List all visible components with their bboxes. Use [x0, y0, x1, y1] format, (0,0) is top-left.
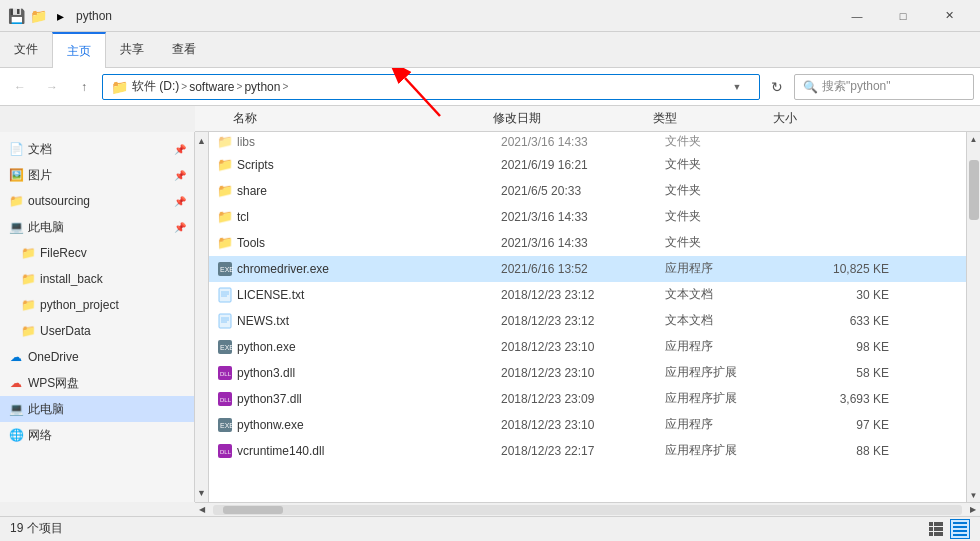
table-row[interactable]: DLL python3.dll 2018/12/23 23:10 应用程序扩展 … [209, 360, 966, 386]
sidebar-item-network[interactable]: 🌐 网络 [0, 422, 194, 448]
table-row[interactable]: EXE chromedriver.exe 2021/6/16 13:52 应用程… [209, 256, 966, 282]
file-date-pythonwexe: 2018/12/23 23:10 [501, 418, 661, 432]
vertical-scrollbar: ▲ ▼ [966, 132, 980, 502]
sidebar-item-thispc-1-label: 此电脑 [28, 219, 64, 236]
horizontal-scrollbar-area: ◀ ▶ [195, 502, 980, 516]
sidebar-item-userdata[interactable]: 📁 UserData [0, 318, 194, 344]
dll-icon-vcruntime: DLL [217, 443, 233, 459]
breadcrumb-root[interactable]: 软件 (D:) [132, 78, 179, 95]
forward-button[interactable]: → [38, 74, 66, 100]
sidebar-item-wpsdisk[interactable]: ☁ WPS网盘 [0, 370, 194, 396]
installback-icon: 📁 [20, 271, 36, 287]
table-row[interactable]: 📁 share 2021/6/5 20:33 文件夹 [209, 178, 966, 204]
thispc-icon-2: 💻 [8, 401, 24, 417]
table-row[interactable]: 📁 Tools 2021/3/16 14:33 文件夹 [209, 230, 966, 256]
table-row[interactable]: DLL vcruntime140.dll 2018/12/23 22:17 应用… [209, 438, 966, 464]
col-header-date[interactable]: 修改日期 [489, 110, 649, 127]
pin-icon-docs: 📌 [174, 144, 186, 155]
onedrive-icon: ☁ [8, 349, 24, 365]
sidebar-item-outsourcing-label: outsourcing [28, 194, 90, 208]
svg-text:EXE: EXE [220, 422, 233, 429]
exe-icon-chromedriver: EXE [217, 261, 233, 277]
address-dropdown-button[interactable]: ▼ [723, 74, 751, 100]
scroll-right-button[interactable]: ▶ [966, 503, 980, 517]
sidebar-scroll-down[interactable]: ▼ [197, 488, 206, 502]
sidebar-item-filerecv-label: FileRecv [40, 246, 87, 260]
file-type-pythonexe: 应用程序 [665, 338, 785, 355]
address-folder-icon: 📁 [111, 79, 128, 95]
folder-icon-tcl: 📁 [217, 209, 233, 225]
horizontal-scroll-thumb[interactable] [223, 506, 283, 514]
breadcrumb-separator-2: > [237, 81, 243, 92]
svg-rect-4 [219, 288, 231, 302]
file-name-chromedriver: chromedriver.exe [237, 262, 497, 276]
col-header-name[interactable]: 名称 [209, 110, 489, 127]
file-date-scripts: 2021/6/19 16:21 [501, 158, 661, 172]
table-row[interactable]: EXE python.exe 2018/12/23 23:10 应用程序 98 … [209, 334, 966, 360]
table-row[interactable]: NEWS.txt 2018/12/23 23:12 文本文档 633 KE [209, 308, 966, 334]
file-type-news: 文本文档 [665, 312, 785, 329]
breadcrumb-separator-3: > [282, 81, 288, 92]
file-type-share: 文件夹 [665, 182, 785, 199]
sidebar-item-pictures-label: 图片 [28, 167, 52, 184]
table-row[interactable]: LICENSE.txt 2018/12/23 23:12 文本文档 30 KE [209, 282, 966, 308]
search-box[interactable]: 🔍 搜索"python" [794, 74, 974, 100]
svg-rect-26 [929, 532, 933, 536]
file-name-tools: Tools [237, 236, 497, 250]
file-type-license: 文本文档 [665, 286, 785, 303]
table-row[interactable]: EXE pythonw.exe 2018/12/23 23:10 应用程序 97… [209, 412, 966, 438]
window-title: python [76, 9, 834, 23]
view-controls [926, 519, 970, 539]
sidebar-item-installback[interactable]: 📁 install_back [0, 266, 194, 292]
scroll-left-button[interactable]: ◀ [195, 503, 209, 517]
breadcrumb-separator-1: > [181, 81, 187, 92]
svg-rect-31 [953, 534, 967, 536]
network-icon: 🌐 [8, 427, 24, 443]
ribbon-tab-share[interactable]: 共享 [106, 32, 158, 68]
save-icon: 💾 [8, 8, 24, 24]
svg-text:EXE: EXE [220, 344, 233, 351]
refresh-button[interactable]: ↻ [764, 74, 790, 100]
file-size-python37dll: 3,693 KE [789, 392, 889, 406]
back-button[interactable]: ← [6, 74, 34, 100]
up-button[interactable]: ↑ [70, 74, 98, 100]
address-bar[interactable]: 📁 软件 (D:) > software > python > ▼ [102, 74, 760, 100]
sidebar-item-userdata-label: UserData [40, 324, 91, 338]
scroll-thumb[interactable] [969, 160, 979, 220]
sidebar-scroll-up[interactable]: ▲ [197, 132, 206, 146]
sidebar-item-outsourcing[interactable]: 📁 outsourcing 📌 [0, 188, 194, 214]
scroll-down-button[interactable]: ▼ [967, 488, 981, 502]
sidebar-item-network-label: 网络 [28, 427, 52, 444]
col-header-size[interactable]: 大小 [769, 110, 869, 127]
col-header-type[interactable]: 类型 [649, 110, 769, 127]
breadcrumb-software[interactable]: software [189, 80, 234, 94]
table-row[interactable]: DLL python37.dll 2018/12/23 23:09 应用程序扩展… [209, 386, 966, 412]
file-date-share: 2021/6/5 20:33 [501, 184, 661, 198]
breadcrumb-python[interactable]: python [244, 80, 280, 94]
sidebar-item-thispc-2[interactable]: 💻 此电脑 [0, 396, 194, 422]
detail-view-button[interactable] [950, 519, 970, 539]
sidebar-item-thispc-1[interactable]: 💻 此电脑 📌 [0, 214, 194, 240]
svg-text:DLL: DLL [220, 371, 232, 377]
minimize-button[interactable]: — [834, 0, 880, 32]
maximize-button[interactable]: □ [880, 0, 926, 32]
sidebar-item-wpsdisk-label: WPS网盘 [28, 375, 79, 392]
list-view-button[interactable] [926, 519, 946, 539]
sidebar-item-docs[interactable]: 📄 文档 📌 [0, 136, 194, 162]
sidebar-item-onedrive[interactable]: ☁ OneDrive [0, 344, 194, 370]
ribbon-tab-view[interactable]: 查看 [158, 32, 210, 68]
table-row[interactable]: 📁 tcl 2021/3/16 14:33 文件夹 [209, 204, 966, 230]
close-button[interactable]: ✕ [926, 0, 972, 32]
scroll-up-button[interactable]: ▲ [967, 132, 981, 146]
sidebar-item-pythonproject[interactable]: 📁 python_project [0, 292, 194, 318]
ribbon-tab-home[interactable]: 主页 [52, 32, 106, 68]
sidebar-item-pictures[interactable]: 🖼️ 图片 📌 [0, 162, 194, 188]
sidebar-item-filerecv[interactable]: 📁 FileRecv [0, 240, 194, 266]
file-name-python3dll: python3.dll [237, 366, 497, 380]
sidebar-item-onedrive-label: OneDrive [28, 350, 79, 364]
pin-icon-thispc: 📌 [174, 222, 186, 233]
ribbon-tab-file[interactable]: 文件 [0, 32, 52, 68]
table-row[interactable]: 📁 Scripts 2021/6/19 16:21 文件夹 [209, 152, 966, 178]
file-type-libs: 文件夹 [665, 133, 785, 150]
table-row[interactable]: 📁 libs 2021/3/16 14:33 文件夹 [209, 132, 966, 152]
